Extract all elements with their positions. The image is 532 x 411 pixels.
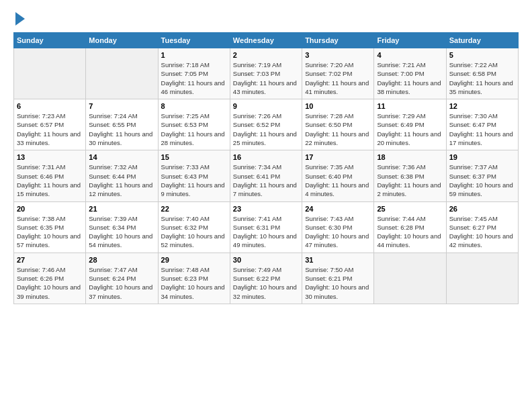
- calendar-row: 1Sunrise: 7:18 AMSunset: 7:05 PMDaylight…: [14, 48, 519, 99]
- calendar-cell: 16Sunrise: 7:34 AMSunset: 6:41 PMDayligh…: [230, 150, 302, 201]
- calendar-cell: 1Sunrise: 7:18 AMSunset: 7:05 PMDaylight…: [158, 48, 230, 99]
- day-detail: Sunrise: 7:33 AMSunset: 6:43 PMDaylight:…: [161, 163, 227, 198]
- day-detail: Sunrise: 7:35 AMSunset: 6:40 PMDaylight:…: [305, 163, 371, 198]
- day-detail: Sunrise: 7:34 AMSunset: 6:41 PMDaylight:…: [233, 163, 299, 198]
- column-header-wednesday: Wednesday: [230, 33, 302, 48]
- calendar-row: 13Sunrise: 7:31 AMSunset: 6:46 PMDayligh…: [14, 150, 519, 201]
- day-number: 23: [233, 205, 299, 213]
- calendar-cell: 23Sunrise: 7:41 AMSunset: 6:31 PMDayligh…: [230, 201, 302, 253]
- day-number: 15: [161, 153, 227, 161]
- calendar-cell: 24Sunrise: 7:43 AMSunset: 6:30 PMDayligh…: [302, 201, 374, 253]
- calendar-cell: 12Sunrise: 7:30 AMSunset: 6:47 PMDayligh…: [446, 99, 518, 150]
- day-detail: Sunrise: 7:21 AMSunset: 7:00 PMDaylight:…: [377, 60, 443, 96]
- day-detail: Sunrise: 7:23 AMSunset: 6:57 PMDaylight:…: [17, 111, 83, 147]
- calendar-header: SundayMondayTuesdayWednesdayThursdayFrid…: [14, 33, 519, 48]
- column-header-saturday: Saturday: [446, 33, 518, 48]
- calendar-cell: 8Sunrise: 7:25 AMSunset: 6:53 PMDaylight…: [158, 99, 230, 150]
- header-row: SundayMondayTuesdayWednesdayThursdayFrid…: [14, 33, 519, 48]
- calendar-cell: 7Sunrise: 7:24 AMSunset: 6:55 PMDaylight…: [86, 99, 158, 150]
- calendar-cell: 14Sunrise: 7:32 AMSunset: 6:44 PMDayligh…: [86, 150, 158, 201]
- day-number: 27: [17, 256, 83, 264]
- logo-arrow-icon: [15, 12, 25, 26]
- calendar-cell: 4Sunrise: 7:21 AMSunset: 7:00 PMDaylight…: [374, 48, 446, 99]
- calendar-cell: 17Sunrise: 7:35 AMSunset: 6:40 PMDayligh…: [302, 150, 374, 201]
- day-number: 24: [305, 205, 371, 213]
- calendar-cell: 29Sunrise: 7:48 AMSunset: 6:23 PMDayligh…: [158, 253, 230, 304]
- calendar-row: 6Sunrise: 7:23 AMSunset: 6:57 PMDaylight…: [14, 99, 519, 150]
- calendar-cell: 9Sunrise: 7:26 AMSunset: 6:52 PMDaylight…: [230, 99, 302, 150]
- day-detail: Sunrise: 7:49 AMSunset: 6:22 PMDaylight:…: [233, 265, 299, 301]
- day-detail: Sunrise: 7:38 AMSunset: 6:35 PMDaylight:…: [17, 214, 83, 250]
- day-number: 14: [89, 153, 154, 161]
- column-header-friday: Friday: [374, 33, 446, 48]
- calendar-row: 27Sunrise: 7:46 AMSunset: 6:26 PMDayligh…: [14, 253, 519, 304]
- calendar-cell: 2Sunrise: 7:19 AMSunset: 7:03 PMDaylight…: [230, 48, 302, 99]
- calendar-cell: 11Sunrise: 7:29 AMSunset: 6:49 PMDayligh…: [374, 99, 446, 150]
- calendar-body: 1Sunrise: 7:18 AMSunset: 7:05 PMDaylight…: [14, 48, 519, 304]
- day-detail: Sunrise: 7:18 AMSunset: 7:05 PMDaylight:…: [161, 60, 227, 96]
- day-number: 7: [89, 102, 154, 110]
- day-number: 4: [377, 51, 443, 59]
- day-number: 13: [17, 153, 83, 161]
- calendar-cell: 13Sunrise: 7:31 AMSunset: 6:46 PMDayligh…: [14, 150, 86, 201]
- day-number: 19: [449, 153, 515, 161]
- day-detail: Sunrise: 7:31 AMSunset: 6:46 PMDaylight:…: [17, 163, 83, 198]
- day-detail: Sunrise: 7:44 AMSunset: 6:28 PMDaylight:…: [377, 214, 443, 250]
- day-detail: Sunrise: 7:30 AMSunset: 6:47 PMDaylight:…: [449, 111, 515, 147]
- calendar-cell: 6Sunrise: 7:23 AMSunset: 6:57 PMDaylight…: [14, 99, 86, 150]
- day-detail: Sunrise: 7:22 AMSunset: 6:58 PMDaylight:…: [449, 60, 515, 96]
- day-detail: Sunrise: 7:46 AMSunset: 6:26 PMDaylight:…: [17, 265, 83, 301]
- calendar-cell: 28Sunrise: 7:47 AMSunset: 6:24 PMDayligh…: [86, 253, 158, 304]
- day-number: 16: [233, 153, 299, 161]
- day-number: 8: [161, 102, 227, 110]
- day-number: 9: [233, 102, 299, 110]
- day-detail: Sunrise: 7:20 AMSunset: 7:02 PMDaylight:…: [305, 60, 371, 96]
- day-number: 6: [17, 102, 83, 110]
- day-number: 26: [449, 205, 515, 213]
- day-detail: Sunrise: 7:36 AMSunset: 6:38 PMDaylight:…: [377, 163, 443, 198]
- day-number: 1: [161, 51, 227, 59]
- calendar-cell: 27Sunrise: 7:46 AMSunset: 6:26 PMDayligh…: [14, 253, 86, 304]
- calendar-cell: 20Sunrise: 7:38 AMSunset: 6:35 PMDayligh…: [14, 201, 86, 253]
- day-detail: Sunrise: 7:19 AMSunset: 7:03 PMDaylight:…: [233, 60, 299, 96]
- day-detail: Sunrise: 7:25 AMSunset: 6:53 PMDaylight:…: [161, 111, 227, 147]
- day-number: 29: [161, 256, 227, 264]
- day-detail: Sunrise: 7:26 AMSunset: 6:52 PMDaylight:…: [233, 111, 299, 147]
- calendar-cell: 15Sunrise: 7:33 AMSunset: 6:43 PMDayligh…: [158, 150, 230, 201]
- day-number: 20: [17, 205, 83, 213]
- calendar-cell: 5Sunrise: 7:22 AMSunset: 6:58 PMDaylight…: [446, 48, 518, 99]
- calendar-cell: 26Sunrise: 7:45 AMSunset: 6:27 PMDayligh…: [446, 201, 518, 253]
- day-detail: Sunrise: 7:37 AMSunset: 6:37 PMDaylight:…: [449, 163, 515, 198]
- calendar-cell: [446, 253, 518, 304]
- day-detail: Sunrise: 7:45 AMSunset: 6:27 PMDaylight:…: [449, 214, 515, 250]
- day-number: 3: [305, 51, 371, 59]
- calendar-cell: [14, 48, 86, 99]
- page-header: [13, 13, 519, 26]
- day-detail: Sunrise: 7:50 AMSunset: 6:21 PMDaylight:…: [305, 265, 371, 301]
- day-detail: Sunrise: 7:32 AMSunset: 6:44 PMDaylight:…: [89, 163, 154, 198]
- calendar-cell: 3Sunrise: 7:20 AMSunset: 7:02 PMDaylight…: [302, 48, 374, 99]
- day-detail: Sunrise: 7:41 AMSunset: 6:31 PMDaylight:…: [233, 214, 299, 250]
- day-number: 10: [305, 102, 371, 110]
- calendar-cell: [86, 48, 158, 99]
- day-number: 31: [305, 256, 371, 264]
- day-number: 17: [305, 153, 371, 161]
- day-number: 22: [161, 205, 227, 213]
- day-number: 12: [449, 102, 515, 110]
- column-header-sunday: Sunday: [14, 33, 86, 48]
- column-header-thursday: Thursday: [302, 33, 374, 48]
- day-number: 2: [233, 51, 299, 59]
- calendar-cell: 30Sunrise: 7:49 AMSunset: 6:22 PMDayligh…: [230, 253, 302, 304]
- calendar-cell: 19Sunrise: 7:37 AMSunset: 6:37 PMDayligh…: [446, 150, 518, 201]
- day-number: 28: [89, 256, 154, 264]
- day-detail: Sunrise: 7:24 AMSunset: 6:55 PMDaylight:…: [89, 111, 154, 147]
- day-detail: Sunrise: 7:39 AMSunset: 6:34 PMDaylight:…: [89, 214, 154, 250]
- calendar-row: 20Sunrise: 7:38 AMSunset: 6:35 PMDayligh…: [14, 201, 519, 253]
- day-number: 30: [233, 256, 299, 264]
- column-header-tuesday: Tuesday: [158, 33, 230, 48]
- calendar-cell: 31Sunrise: 7:50 AMSunset: 6:21 PMDayligh…: [302, 253, 374, 304]
- day-detail: Sunrise: 7:28 AMSunset: 6:50 PMDaylight:…: [305, 111, 371, 147]
- day-number: 5: [449, 51, 515, 59]
- calendar-cell: 22Sunrise: 7:40 AMSunset: 6:32 PMDayligh…: [158, 201, 230, 253]
- day-detail: Sunrise: 7:43 AMSunset: 6:30 PMDaylight:…: [305, 214, 371, 250]
